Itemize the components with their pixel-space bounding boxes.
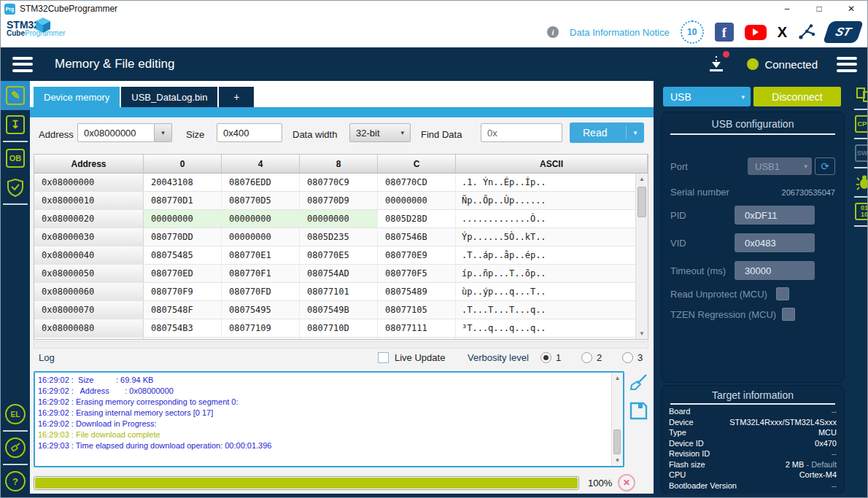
hex-word-cell[interactable]: 08077109 [222,319,300,337]
address-input[interactable]: 0x08000000 [77,123,155,142]
pid-input[interactable]: 0xDF11 [735,206,815,225]
menu-hamburger-icon[interactable] [12,57,33,72]
tzen-regression-checkbox[interactable] [782,308,795,321]
verbosity-radio-2[interactable] [581,352,592,363]
scroll-up-icon[interactable]: ▲ [636,174,648,184]
hex-word-cell[interactable]: 0807710D [300,319,378,337]
table-horizontal-scrollbar[interactable] [34,341,648,349]
sidebar-item-erase-programming[interactable]: ↧ [1,110,30,139]
hex-word-cell[interactable]: 00000000 [222,228,300,246]
timeout-input[interactable]: 30000 [735,261,815,280]
facebook-icon[interactable]: f [715,23,734,42]
hex-word-cell[interactable]: 080770E1 [222,246,300,264]
hex-word-cell[interactable]: 08077115 [144,338,222,340]
disconnect-button[interactable]: Disconnect [753,87,841,106]
refresh-port-button[interactable]: ⟳ [815,157,835,175]
table-scroll-thumb[interactable] [638,187,646,217]
hex-word-cell[interactable]: 080770D9 [300,192,378,209]
hex-word-cell[interactable]: 0807549B [300,301,378,319]
log-scroll-up-icon[interactable]: ▲ [612,373,623,384]
strip-item-swv[interactable]: SWV [855,142,868,164]
strip-item-register-viewer[interactable]: 0110 [855,201,868,222]
hex-word-cell[interactable]: 0805D28D [378,210,456,227]
chevron-down-icon: ▾ [741,93,745,101]
live-update-checkbox[interactable] [378,352,389,363]
hex-word-cell[interactable]: 080770C9 [300,174,378,191]
interface-select[interactable]: USB ▾ [663,87,751,106]
size-input[interactable]: 0x400 [217,123,282,142]
hex-word-cell[interactable]: 080770E5 [300,246,378,264]
hex-word-cell[interactable]: 080770D5 [222,192,300,209]
strip-item-cpu[interactable]: CPU [855,113,868,135]
tab-usb-datalog-bin[interactable]: USB_DataLog.bin [121,87,217,107]
firmware-update-download-icon[interactable] [706,53,728,75]
hex-word-cell[interactable]: 08075495 [222,301,300,319]
hex-word-cell[interactable]: 080770D1 [144,192,222,209]
hex-word-cell[interactable]: 08077105 [378,301,456,319]
vid-input[interactable]: 0x0483 [735,233,815,252]
read-dropdown-caret-icon[interactable]: ▾ [627,129,644,136]
hex-word-cell[interactable]: 08075485 [144,246,222,264]
hex-word-cell[interactable]: 080754AF [378,338,456,340]
hex-word-cell[interactable]: 08076EDD [222,174,300,191]
hex-word-cell[interactable]: 08077111 [378,319,456,337]
new-tab-button[interactable]: + [219,87,254,107]
verbosity-radio-1[interactable] [540,352,551,363]
strip-item-file-compare[interactable] [855,84,868,106]
settings-hamburger-icon[interactable] [837,57,857,72]
hex-word-cell[interactable]: 080770E9 [378,246,456,264]
hex-word-cell[interactable]: 080754B3 [144,319,222,337]
hex-word-cell[interactable]: 00000000 [144,210,222,227]
hex-word-cell[interactable]: 20043108 [144,174,222,191]
clear-log-broom-icon[interactable] [628,373,648,393]
tab-device-memory[interactable]: Device memory [34,87,120,107]
data-width-select[interactable]: 32-bit▾ [349,123,411,142]
log-vertical-scrollbar[interactable]: ▲ ▼ [611,373,623,466]
hex-word-cell[interactable]: 0807546B [378,228,456,246]
sidebar-item-serial-wire[interactable] [1,433,30,462]
hex-word-cell[interactable]: 080770FD [222,283,300,300]
hex-word-cell[interactable]: 080770F1 [222,265,300,282]
hex-word-cell[interactable]: 0807711D [300,338,378,340]
hex-word-cell[interactable]: 08077101 [300,283,378,300]
hex-word-cell[interactable]: 08075489 [378,283,456,300]
x-twitter-icon[interactable]: X [778,24,787,40]
cancel-progress-icon[interactable]: ✕ [618,474,635,491]
log-scroll-down-icon[interactable]: ▼ [612,455,623,466]
close-button[interactable]: ✕ [835,1,867,17]
read-unprotect-checkbox[interactable] [776,287,789,300]
sidebar-item-external-loaders[interactable]: EL [1,400,30,429]
find-data-input[interactable]: 0x [481,123,562,142]
strip-item-fault-analyzer[interactable] [855,171,868,193]
hex-word-cell[interactable]: 080770ED [144,265,222,282]
youtube-icon[interactable] [745,25,767,40]
hex-word-cell[interactable]: 00000000 [378,192,456,209]
hex-word-cell[interactable]: 00000000 [222,210,300,227]
minimize-button[interactable]: – [771,1,803,17]
table-vertical-scrollbar[interactable]: ▲ ▼ [635,174,648,339]
hex-word-cell[interactable]: 00000000 [300,210,378,227]
sidebar-item-help[interactable]: ? [1,467,30,496]
verbosity-radio-3[interactable] [622,352,633,363]
community-network-icon[interactable] [798,23,815,41]
sidebar-item-security[interactable] [1,173,30,202]
data-information-notice-link[interactable]: Data Information Notice [570,27,670,38]
hex-word-cell[interactable]: 0807548F [144,301,222,319]
sidebar-item-option-bytes[interactable]: OB [1,144,30,173]
scroll-down-icon[interactable]: ▼ [636,328,648,339]
hex-word-cell[interactable]: 0805D235 [300,228,378,246]
hex-word-cell[interactable]: 08077119 [222,338,300,340]
maximize-button[interactable]: □ [803,1,835,17]
read-button[interactable]: Read ▾ [570,122,644,143]
st-logo-icon[interactable]: ST [823,21,864,43]
hex-word-cell[interactable]: 080770F5 [378,265,456,282]
hex-word-cell[interactable]: 080770CD [378,174,456,191]
sidebar-item-memory-edit[interactable]: ✎ [1,81,30,110]
hex-word-cell[interactable]: 080770DD [144,228,222,246]
port-select[interactable]: USB1 ▾ [748,157,812,175]
log-scroll-thumb[interactable] [613,429,621,454]
address-dropdown-button[interactable]: ▾ [155,123,172,142]
save-log-floppy-icon[interactable] [628,400,648,421]
hex-word-cell[interactable]: 080770F9 [144,283,222,300]
hex-word-cell[interactable]: 080754AD [300,265,378,282]
